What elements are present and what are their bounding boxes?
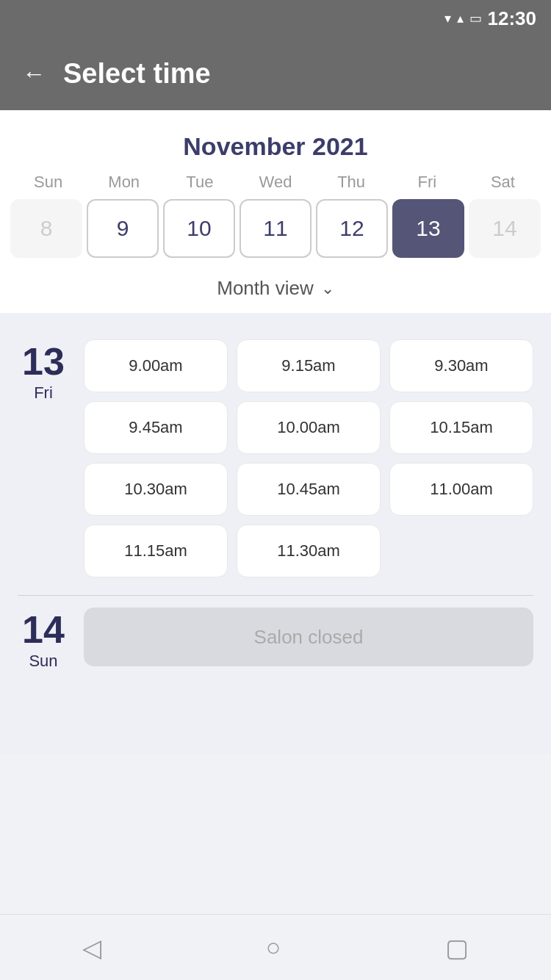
time-slot-1045am[interactable]: 10.45am [237, 463, 381, 516]
day-header-fri: Fri [389, 173, 465, 192]
bottom-nav: ◁ ○ ▢ [0, 914, 551, 980]
time-slot-930am[interactable]: 9.30am [389, 339, 533, 392]
day-cell-13[interactable]: 13 [392, 199, 464, 258]
day-cell-11[interactable]: 11 [240, 199, 311, 258]
time-slot-915am[interactable]: 9.15am [237, 339, 381, 392]
day-header-wed: Wed [237, 173, 313, 192]
time-slot-1030am[interactable]: 10.30am [84, 463, 228, 516]
status-bar: ▾ ▴ ▭ 12:30 [0, 0, 551, 37]
time-slot-1100am[interactable]: 11.00am [389, 463, 533, 516]
time-slot-1015am[interactable]: 10.15am [389, 401, 533, 454]
day-cell-12[interactable]: 12 [316, 199, 388, 258]
day-label-13: 13 Fri [18, 339, 69, 577]
month-view-toggle[interactable]: Month view ⌄ [0, 268, 551, 313]
back-nav-icon[interactable]: ◁ [82, 933, 101, 962]
status-icons: ▾ ▴ ▭ 12:30 [444, 7, 537, 30]
day-name-fri: Fri [34, 383, 53, 403]
calendar-section: November 2021 Sun Mon Tue Wed Thu Fri Sa… [0, 110, 551, 313]
day-cell-9[interactable]: 9 [87, 199, 159, 258]
salon-closed-block: Salon closed [84, 608, 533, 666]
header: ← Select time [0, 37, 551, 110]
recent-nav-icon[interactable]: ▢ [445, 933, 469, 962]
day-cell-8[interactable]: 8 [10, 199, 82, 258]
day-number-14: 14 [22, 610, 65, 649]
time-slot-1000am[interactable]: 10.00am [237, 401, 381, 454]
signal-icon: ▴ [457, 10, 464, 26]
wifi-icon: ▾ [444, 10, 451, 26]
day-number-13: 13 [22, 342, 65, 381]
day-header-sat: Sat [465, 173, 541, 192]
time-section: 13 Fri 9.00am 9.15am 9.30am 9.45am 10.00… [0, 313, 551, 754]
back-button[interactable]: ← [22, 60, 46, 87]
status-time: 12:30 [488, 7, 537, 30]
time-slot-900am[interactable]: 9.00am [84, 339, 228, 392]
day-cell-10[interactable]: 10 [163, 199, 235, 258]
month-title: November 2021 [0, 125, 551, 173]
home-nav-icon[interactable]: ○ [266, 933, 281, 962]
day-label-14: 14 Sun [18, 608, 69, 671]
time-slot-1115am[interactable]: 11.15am [84, 525, 228, 577]
battery-icon: ▭ [469, 10, 482, 26]
time-slots-grid-13: 9.00am 9.15am 9.30am 9.45am 10.00am 10.1… [84, 339, 533, 577]
day-header-sun: Sun [10, 173, 86, 192]
day-header-tue: Tue [162, 173, 237, 192]
page-title: Select time [63, 58, 211, 90]
day-header-mon: Mon [86, 173, 162, 192]
week-row: 8 9 10 11 12 13 14 [0, 199, 551, 258]
day-headers: Sun Mon Tue Wed Thu Fri Sat [0, 173, 551, 192]
chevron-down-icon: ⌄ [321, 279, 334, 298]
time-slot-1130am[interactable]: 11.30am [237, 525, 381, 577]
day-cell-14[interactable]: 14 [469, 199, 541, 258]
salon-closed-label: Salon closed [254, 626, 364, 649]
time-slot-945am[interactable]: 9.45am [84, 401, 228, 454]
day-name-sun: Sun [29, 652, 57, 671]
month-view-label: Month view [217, 277, 314, 300]
day-block-14: 14 Sun Salon closed [18, 596, 533, 688]
day-block-13: 13 Fri 9.00am 9.15am 9.30am 9.45am 10.00… [18, 328, 533, 595]
day-header-thu: Thu [314, 173, 389, 192]
